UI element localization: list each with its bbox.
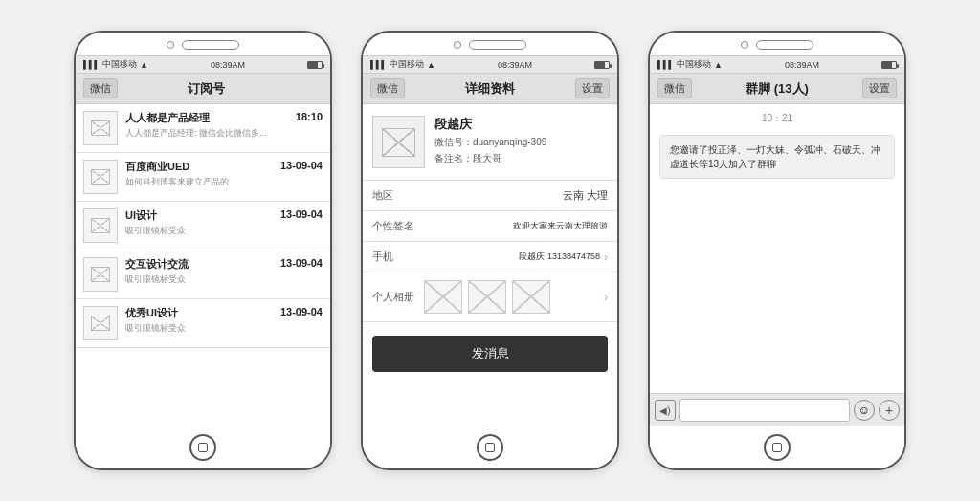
phone2-status-bar: ▌▌▌ 中国移动 ▲ 08:39AM	[363, 55, 617, 74]
avatar	[83, 160, 118, 194]
wifi-icon: ▲	[714, 60, 723, 70]
phone1-content: 人人都是产品经理 18:10 人人都是产品经理: 微信会比微信多... 百度商业…	[76, 104, 330, 426]
nav-left-btn[interactable]: 微信	[83, 78, 118, 98]
chat-input-bar: ◀) ☺ +	[650, 393, 904, 426]
phone1-nav: 微信 订阅号	[76, 74, 330, 104]
signal-icon: ▌▌▌	[83, 60, 100, 69]
profile-phone-row[interactable]: 手机 段越庆 13138474758 ›	[363, 242, 617, 272]
item-name: 百度商业UED	[125, 160, 189, 174]
nav-title: 订阅号	[188, 80, 225, 98]
profile-photos-row[interactable]: 个人相册 ›	[363, 272, 617, 322]
item-subtitle: 吸引眼镜标受众	[125, 225, 323, 237]
wifi-icon: ▲	[140, 60, 148, 70]
home-button[interactable]	[189, 434, 216, 461]
list-item[interactable]: 交互设计交流 13-09-04 吸引眼镜标受众	[76, 250, 330, 299]
add-icon[interactable]: +	[879, 400, 900, 421]
list-item[interactable]: 百度商业UED 13-09-04 如何科列博客来建立产品的	[76, 153, 330, 202]
phone1-bottom	[76, 426, 330, 468]
item-time: 13-09-04	[280, 208, 323, 223]
battery-icon	[881, 61, 897, 69]
signature-label: 个性签名	[372, 219, 414, 233]
profile-signature-row: 个性签名 欢迎大家来云南大理旅游	[363, 211, 617, 242]
carrier-label: 中国移动	[390, 58, 424, 71]
list-item[interactable]: 优秀UI设计 13-09-04 吸引眼镜标受众	[76, 299, 330, 348]
time-label: 08:39AM	[785, 60, 819, 70]
time-label: 08:39AM	[498, 60, 532, 70]
photo-thumb	[468, 280, 506, 314]
phone3-bottom	[650, 426, 904, 468]
phone1-status-bar: ▌▌▌ 中国移动 ▲ 08:39AM	[76, 55, 330, 74]
wifi-icon: ▲	[427, 60, 435, 70]
photo-thumb	[512, 280, 550, 314]
item-name: UI设计	[125, 208, 157, 223]
item-time: 13-09-04	[280, 160, 323, 174]
time-label: 08:39AM	[211, 60, 245, 70]
item-time: 13-09-04	[280, 257, 323, 272]
signal-icon: ▌▌▌	[657, 60, 674, 69]
profile-name: 段越庆	[434, 116, 608, 133]
phone2-speaker	[454, 41, 461, 49]
nav-title: 详细资料	[465, 80, 515, 98]
battery-icon	[594, 61, 610, 69]
item-subtitle: 吸引眼镜标受众	[125, 273, 323, 286]
phone3-speaker	[741, 41, 748, 49]
nav-right-btn[interactable]: 设置	[862, 78, 897, 98]
phone1-bar	[182, 40, 239, 50]
sound-icon[interactable]: ◀)	[655, 400, 676, 421]
list-item[interactable]: 人人都是产品经理 18:10 人人都是产品经理: 微信会比微信多...	[76, 104, 330, 153]
carrier-label: 中国移动	[102, 58, 137, 71]
phone1: ▌▌▌ 中国移动 ▲ 08:39AM 微信 订阅号 人人都是产品经理	[74, 31, 332, 470]
item-subtitle: 人人都是产品经理: 微信会比微信多...	[125, 127, 323, 140]
item-name: 人人都是产品经理	[125, 111, 210, 125]
item-name: 优秀UI设计	[125, 306, 178, 320]
item-name: 交互设计交流	[125, 257, 189, 272]
chevron-right-icon: ›	[604, 250, 608, 264]
signal-icon: ▌▌▌	[370, 60, 387, 69]
chat-time: 10：21	[650, 104, 904, 129]
phone1-speaker	[167, 41, 174, 49]
avatar	[83, 111, 118, 145]
phone-label: 手机	[372, 250, 393, 264]
profile-nickname: 备注名：段大哥	[434, 152, 608, 165]
photo-thumb	[424, 280, 462, 314]
region-value: 云南 大理	[563, 188, 608, 203]
nav-left-btn[interactable]: 微信	[370, 78, 405, 98]
nav-left-btn[interactable]: 微信	[657, 78, 692, 98]
item-time: 18:10	[296, 111, 323, 125]
profile-avatar	[372, 116, 425, 168]
home-button[interactable]	[477, 434, 503, 461]
phone3-content: 10：21 您邀请了投正泽、一灯大妹、令弧冲、石破天、冲虚道长等13人加入了群聊…	[650, 104, 904, 426]
phone3-status-bar: ▌▌▌ 中国移动 ▲ 08:39AM	[650, 55, 904, 74]
signature-value: 欢迎大家来云南大理旅游	[513, 220, 608, 232]
chat-input[interactable]	[679, 399, 850, 422]
phone2-nav: 微信 详细资料 设置	[363, 74, 617, 104]
emoji-icon[interactable]: ☺	[854, 400, 875, 421]
region-label: 地区	[372, 188, 393, 203]
phone2-bottom	[363, 426, 617, 468]
nav-title: 群脚 (13人)	[746, 80, 809, 98]
phone2: ▌▌▌ 中国移动 ▲ 08:39AM 微信 详细资料 设置 段越庆	[361, 31, 619, 470]
chat-message: 您邀请了投正泽、一灯大妹、令弧冲、石破天、冲虚道长等13人加入了群聊	[659, 135, 895, 179]
avatar	[83, 306, 118, 340]
send-message-button[interactable]: 发消息	[372, 336, 608, 372]
phone3: ▌▌▌ 中国移动 ▲ 08:39AM 微信 群脚 (13人) 设置 10：21 …	[648, 31, 906, 470]
phone1-top	[76, 33, 330, 55]
nav-right-btn[interactable]: 设置	[575, 78, 610, 98]
phone3-nav: 微信 群脚 (13人) 设置	[650, 74, 904, 104]
phone2-content: 段越庆 微信号：duanyanqing-309 备注名：段大哥 地区 云南 大理…	[363, 104, 617, 426]
battery-icon	[307, 61, 323, 69]
phone2-bar	[469, 40, 526, 50]
item-subtitle: 如何科列博客来建立产品的	[125, 176, 323, 188]
item-subtitle: 吸引眼镜标受众	[125, 322, 323, 335]
home-button[interactable]	[764, 434, 791, 461]
phone3-top	[650, 33, 904, 55]
scene: ▌▌▌ 中国移动 ▲ 08:39AM 微信 订阅号 人人都是产品经理	[55, 11, 925, 490]
photos-label: 个人相册	[372, 290, 414, 304]
list-item[interactable]: UI设计 13-09-04 吸引眼镜标受众	[76, 202, 330, 250]
phone2-top	[363, 33, 617, 55]
phone-value: 段越庆 13138474758	[519, 250, 600, 263]
carrier-label: 中国移动	[677, 58, 711, 71]
item-time: 13-09-04	[280, 306, 323, 320]
profile-region-row: 地区 云南 大理	[363, 181, 617, 211]
profile-wechat-id: 微信号：duanyanqing-309	[434, 136, 608, 149]
